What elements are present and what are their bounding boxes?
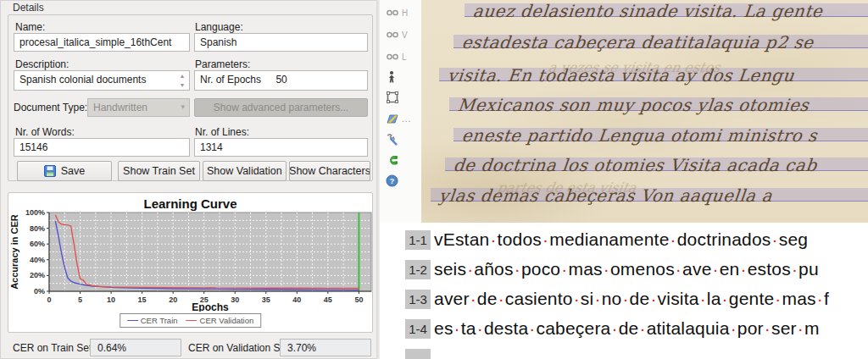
svg-text:15: 15 bbox=[138, 295, 147, 304]
transcript-word: mas bbox=[568, 259, 602, 279]
word-separator-dot: · bbox=[476, 318, 484, 338]
transcript-text[interactable]: vEstan·todos·medianamente·doctrinados·se… bbox=[434, 229, 808, 250]
link-lines-tool[interactable]: L bbox=[386, 49, 415, 64]
legend-label: CER Train bbox=[141, 316, 178, 325]
word-separator-dot: · bbox=[466, 259, 474, 279]
transcript-word: por bbox=[737, 318, 764, 338]
show-validation-set-button[interactable]: Show Validation Set bbox=[203, 161, 287, 181]
svg-text:80%: 80% bbox=[30, 224, 45, 233]
transcript-row[interactable]: 1-1vEstan·todos·medianamente·doctrinados… bbox=[405, 229, 808, 250]
word-separator-dot: · bbox=[730, 318, 737, 338]
transcript-word: la bbox=[707, 289, 721, 308]
name-input[interactable]: procesal_italica_simple_16thCent bbox=[14, 33, 190, 52]
cer-train-field: 0.64% bbox=[90, 339, 181, 356]
link-l-icon bbox=[386, 52, 399, 62]
transcript-word: de bbox=[619, 318, 639, 338]
word-separator-dot: · bbox=[764, 318, 771, 338]
lines-label: Nr. of Lines: bbox=[195, 126, 249, 138]
words-input[interactable]: 15146 bbox=[14, 138, 190, 157]
transcript-row[interactable]: 1-2seis·años·poco·mas·omenos·ave·en·esto… bbox=[405, 259, 819, 279]
show-train-set-button[interactable]: Show Train Set bbox=[118, 161, 200, 181]
svg-text:100%: 100% bbox=[25, 210, 45, 217]
transcript-word: vEstan bbox=[434, 229, 489, 249]
details-panel: Details Name: procesal_italica_simple_16… bbox=[0, 0, 380, 359]
word-separator-dot: · bbox=[797, 318, 804, 338]
document-type-select: Handwritten ▾ bbox=[87, 98, 190, 117]
epochs-field[interactable]: Nr. of Epochs 50 bbox=[194, 70, 368, 91]
description-spinner[interactable]: ▲▼ bbox=[177, 73, 187, 88]
app-window: Details Name: procesal_italica_simple_16… bbox=[0, 0, 868, 359]
svg-text:30: 30 bbox=[231, 295, 239, 304]
link-vertical-tool[interactable]: V bbox=[386, 27, 415, 42]
edit-image-tool[interactable]: ... bbox=[386, 111, 415, 126]
transcript-word: ser bbox=[771, 318, 797, 338]
chart-title: Learning Curve bbox=[8, 196, 372, 211]
word-separator-dot: · bbox=[611, 318, 619, 338]
settings-tool[interactable] bbox=[386, 132, 415, 147]
transcript-word: si bbox=[581, 289, 594, 308]
transcript-text[interactable]: es·ta·desta·cabeçera·de·atitalaquia·por·… bbox=[434, 318, 820, 339]
lines-input[interactable]: 1314 bbox=[194, 138, 368, 157]
word-separator-dot: · bbox=[816, 289, 824, 308]
word-separator-dot: · bbox=[514, 259, 521, 279]
line-number-badge: 1-3 bbox=[405, 290, 431, 309]
save-button[interactable]: Save bbox=[17, 161, 112, 181]
line-number-badge bbox=[405, 349, 431, 359]
transcript-row[interactable] bbox=[405, 348, 434, 359]
cer-validation-label: CER on Validation Set: bbox=[188, 342, 292, 354]
svg-text:0: 0 bbox=[47, 295, 51, 304]
word-separator-dot: · bbox=[489, 229, 497, 249]
transcript-row[interactable]: 1-4es·ta·desta·cabeçera·de·atitalaquia·p… bbox=[405, 318, 820, 339]
cer-train-label: CER on Train Set: bbox=[13, 342, 95, 354]
transcript-text[interactable]: seis·años·poco·mas·omenos·ave·en·estos·p… bbox=[434, 259, 819, 279]
transcript-text[interactable]: aver·de·casiento·si·no·de·visita·la·gent… bbox=[434, 289, 829, 309]
ink-bleedthrough: partes de esta visita bbox=[496, 180, 637, 196]
transcript-word: visita bbox=[658, 289, 699, 308]
link-horizontal-tool[interactable]: H bbox=[386, 5, 415, 20]
transcript-word: cabeçera bbox=[537, 318, 611, 338]
link-h-icon bbox=[386, 8, 399, 18]
transcript-word: de bbox=[630, 289, 650, 308]
transcript-word: omenos bbox=[610, 259, 675, 279]
transcript-word: m bbox=[804, 318, 820, 338]
transcript-word: seis bbox=[434, 259, 466, 279]
transcript-word: no bbox=[602, 289, 622, 308]
svg-text:?: ? bbox=[390, 176, 395, 185]
reading-order-tool[interactable] bbox=[386, 69, 415, 85]
name-label: Name: bbox=[15, 21, 45, 33]
help-tool[interactable]: ? bbox=[386, 173, 415, 188]
details-panel-title: Details bbox=[13, 2, 44, 14]
edit-pencil-icon bbox=[386, 113, 399, 125]
more-options-dots[interactable]: ... bbox=[402, 114, 411, 124]
words-label: Nr. of Words: bbox=[15, 126, 75, 138]
svg-text:40: 40 bbox=[292, 295, 301, 304]
svg-text:5: 5 bbox=[78, 295, 82, 304]
show-advanced-parameters-button: Show advanced parameters... bbox=[194, 98, 368, 117]
learning-curve-chart: 0%20%40%60%80%100%05101520253035404550Ep… bbox=[8, 210, 374, 312]
person-icon bbox=[386, 70, 398, 84]
legend-line-sample bbox=[186, 320, 198, 321]
select-region-tool[interactable] bbox=[386, 90, 415, 105]
word-separator-dot: · bbox=[593, 289, 601, 308]
transcript-word: seg bbox=[779, 229, 808, 249]
transcript-word: medianamente bbox=[549, 229, 669, 249]
svg-text:60%: 60% bbox=[30, 240, 45, 248]
description-input[interactable]: Spanish colonial documents ▲▼ bbox=[14, 70, 190, 91]
transcript-word: f bbox=[824, 289, 829, 308]
manuscript-canvas[interactable]: auez delasiento sinade visita. La gentee… bbox=[421, 0, 868, 223]
snap-tool[interactable] bbox=[386, 152, 415, 168]
svg-text:40%: 40% bbox=[30, 256, 45, 264]
language-input[interactable]: Spanish bbox=[194, 33, 368, 52]
language-label: Language: bbox=[195, 21, 243, 33]
help-icon: ? bbox=[386, 174, 398, 187]
line-number-badge: 1-4 bbox=[405, 319, 431, 339]
word-separator-dot: · bbox=[649, 289, 657, 308]
transcript-word: aver bbox=[434, 289, 470, 308]
transcript-word: mas bbox=[782, 289, 816, 308]
svg-text:10: 10 bbox=[107, 295, 115, 304]
word-separator-dot: · bbox=[675, 259, 682, 279]
parameters-label: Parameters: bbox=[195, 58, 250, 70]
manuscript-handwriting: estadesta cabeçera deatitalaquia p2 se bbox=[461, 32, 815, 52]
show-characters-button[interactable]: Show Characters bbox=[289, 161, 370, 181]
transcript-row[interactable]: 1-3aver·de·casiento·si·no·de·visita·la·g… bbox=[405, 289, 829, 309]
